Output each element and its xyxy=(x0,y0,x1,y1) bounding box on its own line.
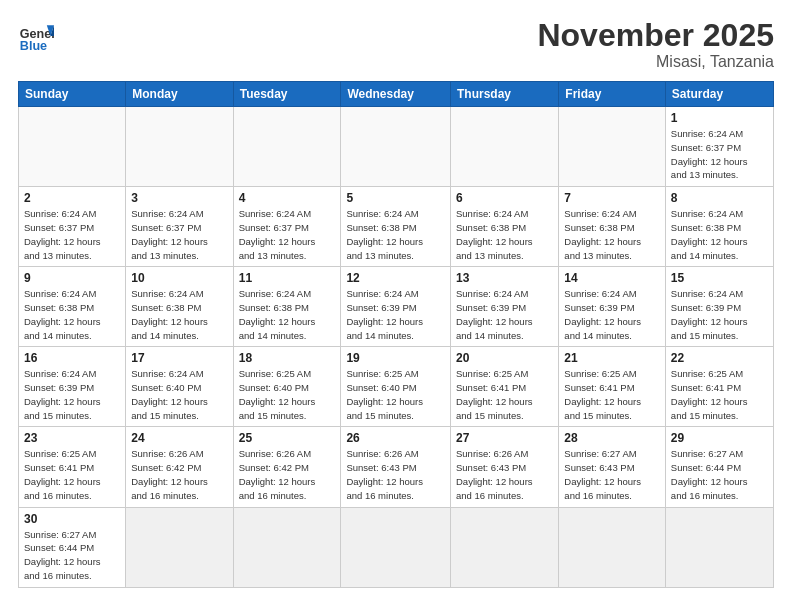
page: General Blue November 2025 Misasi, Tanza… xyxy=(0,0,792,612)
day-number: 20 xyxy=(456,351,553,365)
calendar-cell: 7Sunrise: 6:24 AMSunset: 6:38 PMDaylight… xyxy=(559,187,666,267)
day-number: 10 xyxy=(131,271,227,285)
day-number: 23 xyxy=(24,431,120,445)
week-row-3: 9Sunrise: 6:24 AMSunset: 6:38 PMDaylight… xyxy=(19,267,774,347)
calendar-cell: 6Sunrise: 6:24 AMSunset: 6:38 PMDaylight… xyxy=(451,187,559,267)
calendar-cell: 30Sunrise: 6:27 AMSunset: 6:44 PMDayligh… xyxy=(19,507,126,587)
day-info: Sunrise: 6:24 AMSunset: 6:37 PMDaylight:… xyxy=(24,207,120,262)
calendar-cell: 17Sunrise: 6:24 AMSunset: 6:40 PMDayligh… xyxy=(126,347,233,427)
day-info: Sunrise: 6:25 AMSunset: 6:41 PMDaylight:… xyxy=(564,367,660,422)
calendar-cell xyxy=(559,107,666,187)
day-number: 28 xyxy=(564,431,660,445)
day-info: Sunrise: 6:27 AMSunset: 6:44 PMDaylight:… xyxy=(24,528,120,583)
day-info: Sunrise: 6:24 AMSunset: 6:39 PMDaylight:… xyxy=(564,287,660,342)
svg-text:Blue: Blue xyxy=(20,39,47,53)
day-info: Sunrise: 6:24 AMSunset: 6:37 PMDaylight:… xyxy=(671,127,768,182)
calendar-cell: 27Sunrise: 6:26 AMSunset: 6:43 PMDayligh… xyxy=(451,427,559,507)
day-info: Sunrise: 6:24 AMSunset: 6:38 PMDaylight:… xyxy=(346,207,445,262)
day-number: 16 xyxy=(24,351,120,365)
calendar-cell xyxy=(665,507,773,587)
calendar-cell: 14Sunrise: 6:24 AMSunset: 6:39 PMDayligh… xyxy=(559,267,666,347)
calendar-cell: 1Sunrise: 6:24 AMSunset: 6:37 PMDaylight… xyxy=(665,107,773,187)
col-header-tuesday: Tuesday xyxy=(233,82,341,107)
day-info: Sunrise: 6:24 AMSunset: 6:38 PMDaylight:… xyxy=(239,287,336,342)
day-info: Sunrise: 6:24 AMSunset: 6:39 PMDaylight:… xyxy=(456,287,553,342)
calendar-cell: 3Sunrise: 6:24 AMSunset: 6:37 PMDaylight… xyxy=(126,187,233,267)
day-number: 13 xyxy=(456,271,553,285)
col-header-saturday: Saturday xyxy=(665,82,773,107)
day-info: Sunrise: 6:24 AMSunset: 6:39 PMDaylight:… xyxy=(671,287,768,342)
day-info: Sunrise: 6:25 AMSunset: 6:41 PMDaylight:… xyxy=(456,367,553,422)
day-number: 24 xyxy=(131,431,227,445)
day-info: Sunrise: 6:24 AMSunset: 6:39 PMDaylight:… xyxy=(346,287,445,342)
calendar-cell: 5Sunrise: 6:24 AMSunset: 6:38 PMDaylight… xyxy=(341,187,451,267)
calendar-cell xyxy=(341,507,451,587)
calendar-cell: 2Sunrise: 6:24 AMSunset: 6:37 PMDaylight… xyxy=(19,187,126,267)
day-number: 9 xyxy=(24,271,120,285)
day-number: 30 xyxy=(24,512,120,526)
day-info: Sunrise: 6:24 AMSunset: 6:38 PMDaylight:… xyxy=(24,287,120,342)
day-info: Sunrise: 6:26 AMSunset: 6:43 PMDaylight:… xyxy=(456,447,553,502)
day-number: 3 xyxy=(131,191,227,205)
calendar-cell xyxy=(341,107,451,187)
calendar-cell: 28Sunrise: 6:27 AMSunset: 6:43 PMDayligh… xyxy=(559,427,666,507)
day-info: Sunrise: 6:26 AMSunset: 6:43 PMDaylight:… xyxy=(346,447,445,502)
location: Misasi, Tanzania xyxy=(537,53,774,71)
col-header-wednesday: Wednesday xyxy=(341,82,451,107)
day-number: 12 xyxy=(346,271,445,285)
week-row-2: 2Sunrise: 6:24 AMSunset: 6:37 PMDaylight… xyxy=(19,187,774,267)
day-info: Sunrise: 6:27 AMSunset: 6:43 PMDaylight:… xyxy=(564,447,660,502)
day-info: Sunrise: 6:24 AMSunset: 6:38 PMDaylight:… xyxy=(671,207,768,262)
calendar-cell: 24Sunrise: 6:26 AMSunset: 6:42 PMDayligh… xyxy=(126,427,233,507)
day-number: 27 xyxy=(456,431,553,445)
calendar-cell: 18Sunrise: 6:25 AMSunset: 6:40 PMDayligh… xyxy=(233,347,341,427)
calendar-cell: 13Sunrise: 6:24 AMSunset: 6:39 PMDayligh… xyxy=(451,267,559,347)
day-number: 4 xyxy=(239,191,336,205)
calendar-cell: 8Sunrise: 6:24 AMSunset: 6:38 PMDaylight… xyxy=(665,187,773,267)
day-number: 18 xyxy=(239,351,336,365)
day-number: 22 xyxy=(671,351,768,365)
col-header-friday: Friday xyxy=(559,82,666,107)
day-number: 14 xyxy=(564,271,660,285)
day-number: 11 xyxy=(239,271,336,285)
day-number: 25 xyxy=(239,431,336,445)
day-number: 8 xyxy=(671,191,768,205)
day-info: Sunrise: 6:24 AMSunset: 6:38 PMDaylight:… xyxy=(564,207,660,262)
week-row-1: 1Sunrise: 6:24 AMSunset: 6:37 PMDaylight… xyxy=(19,107,774,187)
day-info: Sunrise: 6:24 AMSunset: 6:38 PMDaylight:… xyxy=(131,287,227,342)
calendar-cell: 9Sunrise: 6:24 AMSunset: 6:38 PMDaylight… xyxy=(19,267,126,347)
day-number: 15 xyxy=(671,271,768,285)
day-info: Sunrise: 6:24 AMSunset: 6:37 PMDaylight:… xyxy=(239,207,336,262)
day-info: Sunrise: 6:25 AMSunset: 6:40 PMDaylight:… xyxy=(346,367,445,422)
week-row-4: 16Sunrise: 6:24 AMSunset: 6:39 PMDayligh… xyxy=(19,347,774,427)
title-block: November 2025 Misasi, Tanzania xyxy=(537,18,774,71)
calendar-cell: 20Sunrise: 6:25 AMSunset: 6:41 PMDayligh… xyxy=(451,347,559,427)
day-number: 6 xyxy=(456,191,553,205)
logo: General Blue xyxy=(18,18,54,54)
calendar-cell: 21Sunrise: 6:25 AMSunset: 6:41 PMDayligh… xyxy=(559,347,666,427)
calendar-header-row: SundayMondayTuesdayWednesdayThursdayFrid… xyxy=(19,82,774,107)
calendar-cell: 22Sunrise: 6:25 AMSunset: 6:41 PMDayligh… xyxy=(665,347,773,427)
day-info: Sunrise: 6:24 AMSunset: 6:37 PMDaylight:… xyxy=(131,207,227,262)
calendar-cell xyxy=(233,507,341,587)
calendar-cell: 16Sunrise: 6:24 AMSunset: 6:39 PMDayligh… xyxy=(19,347,126,427)
calendar-cell xyxy=(559,507,666,587)
calendar-cell: 10Sunrise: 6:24 AMSunset: 6:38 PMDayligh… xyxy=(126,267,233,347)
calendar: SundayMondayTuesdayWednesdayThursdayFrid… xyxy=(18,81,774,587)
logo-icon: General Blue xyxy=(18,18,54,54)
day-number: 21 xyxy=(564,351,660,365)
day-info: Sunrise: 6:25 AMSunset: 6:41 PMDaylight:… xyxy=(24,447,120,502)
day-info: Sunrise: 6:24 AMSunset: 6:38 PMDaylight:… xyxy=(456,207,553,262)
calendar-cell: 23Sunrise: 6:25 AMSunset: 6:41 PMDayligh… xyxy=(19,427,126,507)
day-info: Sunrise: 6:24 AMSunset: 6:39 PMDaylight:… xyxy=(24,367,120,422)
col-header-sunday: Sunday xyxy=(19,82,126,107)
calendar-cell: 26Sunrise: 6:26 AMSunset: 6:43 PMDayligh… xyxy=(341,427,451,507)
calendar-cell: 29Sunrise: 6:27 AMSunset: 6:44 PMDayligh… xyxy=(665,427,773,507)
day-number: 7 xyxy=(564,191,660,205)
day-info: Sunrise: 6:25 AMSunset: 6:41 PMDaylight:… xyxy=(671,367,768,422)
col-header-thursday: Thursday xyxy=(451,82,559,107)
day-info: Sunrise: 6:26 AMSunset: 6:42 PMDaylight:… xyxy=(239,447,336,502)
day-number: 19 xyxy=(346,351,445,365)
calendar-cell: 11Sunrise: 6:24 AMSunset: 6:38 PMDayligh… xyxy=(233,267,341,347)
day-info: Sunrise: 6:24 AMSunset: 6:40 PMDaylight:… xyxy=(131,367,227,422)
